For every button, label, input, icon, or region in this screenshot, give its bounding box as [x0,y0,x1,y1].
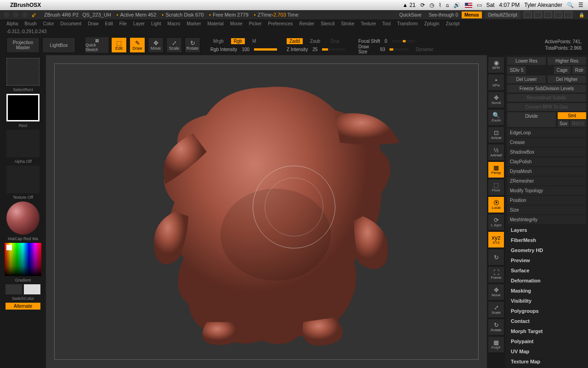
cat-contact[interactable]: Contact [507,316,586,326]
scale-button[interactable]: ⤢Scale [166,37,182,53]
panel-crease[interactable]: Crease [507,138,586,147]
move-button[interactable]: ✥Move [148,37,164,53]
menu-alpha[interactable]: Alpha [6,21,18,26]
rtool-actual[interactable]: ⊡Actual [488,127,504,143]
reuv-button[interactable]: ReUV [570,120,586,127]
menu-light[interactable]: Light [151,21,161,26]
menu-file[interactable]: File [119,21,127,26]
cat-uv-map[interactable]: UV Map [507,346,586,356]
menu-draw[interactable]: Draw [88,21,98,26]
window-max[interactable] [22,12,28,17]
zadd-chip[interactable]: Zadd [287,38,303,44]
rect-thumb[interactable] [6,94,40,121]
menu-zscript[interactable]: Zscript [446,21,459,26]
cat-geometry-hd[interactable]: Geometry HD [507,245,586,255]
menus-button[interactable]: Menus [462,12,482,18]
draw-button[interactable]: ✎Draw [130,37,145,53]
clock-icon[interactable]: ◷ [430,2,434,8]
focal-slider[interactable] [392,40,415,42]
panel-meshintegrity[interactable]: MeshIntegrity [507,215,586,224]
date[interactable]: Sat [486,2,495,8]
alternate-button[interactable]: Alternate [6,303,40,310]
z-intensity-value[interactable]: 25 [312,47,317,52]
time[interactable]: 4:07 PM [499,2,520,8]
panel-size[interactable]: Size [507,206,586,214]
gradient-label[interactable]: Gradient [15,278,31,282]
menu-texture[interactable]: Texture [361,21,376,26]
cat-fibermesh[interactable]: FiberMesh [507,235,586,245]
rtool-zoom[interactable]: 🔍Zoom [488,109,504,125]
quicksave-button[interactable]: QuickSave [396,12,425,18]
rtool-spix[interactable]: •SPix [488,75,504,90]
switchcolor-button[interactable]: SwitchColor [12,296,34,301]
rgb-intensity-value[interactable]: 100 [242,47,249,52]
menu-transform[interactable]: Transform [397,21,418,26]
rstr-button[interactable]: Rstr [572,66,586,74]
layout-icon-3[interactable] [544,12,552,18]
higher-res-button[interactable]: Higher Res [548,57,586,65]
menu-stencil[interactable]: Stencil [321,21,334,26]
lock-icon[interactable]: 🔒 [579,12,584,17]
app-name[interactable]: ZBrushOSX [10,2,41,8]
cat-deformation[interactable]: Deformation [507,276,586,286]
rgb-intensity-slider[interactable] [254,48,277,51]
bluetooth-icon[interactable]: ⌇ [439,2,441,8]
menu-edit[interactable]: Edit [105,21,113,26]
menu-preferences[interactable]: Preferences [268,21,293,26]
default-zscript-button[interactable]: DefaultZScript [486,12,520,18]
menu-render[interactable]: Render [300,21,315,26]
freeze-subdiv-button[interactable]: Freeze SubDivision Levels [507,85,586,92]
wifi-icon[interactable]: ⩍ [446,2,449,8]
cat-layers[interactable]: Layers [507,225,586,235]
cat-visibility[interactable]: Visibility [507,296,586,306]
dynamic-chip[interactable]: Dynamic [413,46,436,52]
rtool-persp[interactable]: ▦Persp [488,162,504,178]
rtool-scale[interactable]: ⤢Scale [488,302,504,317]
panel-zremesher[interactable]: ZRemesher [507,177,586,185]
focal-value[interactable]: 0 [384,39,387,44]
rtool-l.sym[interactable]: ⟳L.Sym [488,214,504,230]
menu-document[interactable]: Document [61,21,82,26]
rtool-scroll[interactable]: ✥Scroll [488,92,504,108]
cage-button[interactable]: Cage [554,66,571,74]
alpha-thumb[interactable] [6,130,40,157]
layout-icon-4[interactable] [554,12,562,18]
selectrect-thumb[interactable] [6,58,40,86]
zsub-chip[interactable]: Zsub [307,38,323,44]
color-picker[interactable] [5,243,41,276]
swatch-2[interactable] [24,284,40,294]
cat-polygroups[interactable]: Polygroups [507,306,586,316]
cat-preview[interactable]: Preview [507,255,586,265]
drawsize-slider[interactable] [390,48,408,51]
menu-color[interactable]: Color [43,21,54,26]
mrgb-chip[interactable]: Mrgb [210,38,226,44]
window-min[interactable] [13,12,18,17]
rtool-bpr[interactable]: ◉BPR [488,57,504,73]
rtool-polyf[interactable]: ▦PolyF [488,337,504,352]
panel-claypolish[interactable]: ClayPolish [507,157,586,166]
rtool-xyz[interactable]: xyzXYZ [488,232,504,247]
texture-thumb[interactable] [6,166,40,193]
layout-icon-5[interactable] [564,12,572,18]
panel-shadowbox[interactable]: ShadowBox [507,148,586,156]
menu-zplugin[interactable]: Zplugin [424,21,440,26]
rtool-move[interactable]: ✥Move [488,284,504,300]
window-close[interactable] [4,12,9,17]
rgb-chip[interactable]: Rgb [231,38,245,44]
spotlight-icon[interactable]: 🔍 [567,2,574,8]
smt-button[interactable]: Smt [558,112,586,119]
rtool-floor[interactable]: ⬚Floor [488,179,504,195]
cat-masking[interactable]: Masking [507,286,586,296]
zcut-chip[interactable]: Zcut [328,38,342,44]
battery-icon[interactable]: ▭ [477,2,482,8]
quick-sketch-button[interactable]: ▦Quick Sketch [85,37,108,53]
cat-surface[interactable]: Surface [507,265,586,276]
menu-marker[interactable]: Marker [187,21,201,26]
reconstruct-button[interactable]: Reconstruct Subdiv [507,94,586,102]
cat-morph-target[interactable]: Morph Target [507,326,586,336]
menu-stroke[interactable]: Stroke [341,21,354,26]
adobe-icon[interactable]: ▲ 21 [402,2,416,8]
panel-modify-topology[interactable]: Modify Topology [507,186,586,195]
edit-button[interactable]: ⬚Edit [111,37,127,53]
divide-button[interactable]: Divide [507,112,556,127]
